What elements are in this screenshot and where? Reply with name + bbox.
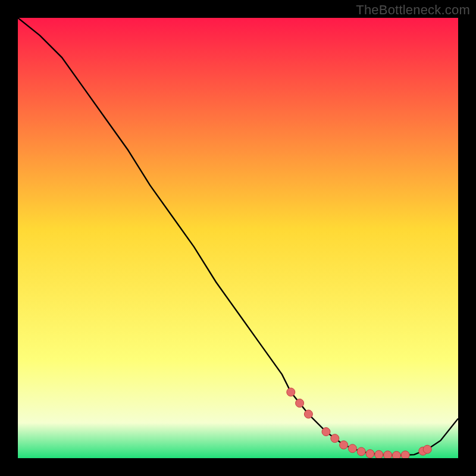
marker-dot: [375, 450, 383, 458]
gradient-background: [18, 18, 458, 458]
marker-dot: [348, 444, 356, 453]
marker-dot: [384, 451, 392, 458]
marker-dot: [296, 399, 304, 408]
marker-dot: [331, 434, 339, 443]
marker-dot: [287, 388, 295, 396]
chart-frame: TheBottleneck.com: [0, 0, 476, 476]
chart-svg: [18, 18, 458, 458]
marker-dot: [304, 410, 312, 418]
marker-dot: [340, 441, 348, 449]
marker-dot: [366, 450, 374, 458]
plot-area: [18, 18, 458, 458]
marker-dot: [357, 447, 365, 456]
marker-dot: [423, 445, 431, 453]
marker-dot: [401, 451, 409, 458]
marker-dot: [392, 452, 400, 458]
watermark-text: TheBottleneck.com: [356, 2, 470, 18]
marker-dot: [322, 428, 330, 436]
